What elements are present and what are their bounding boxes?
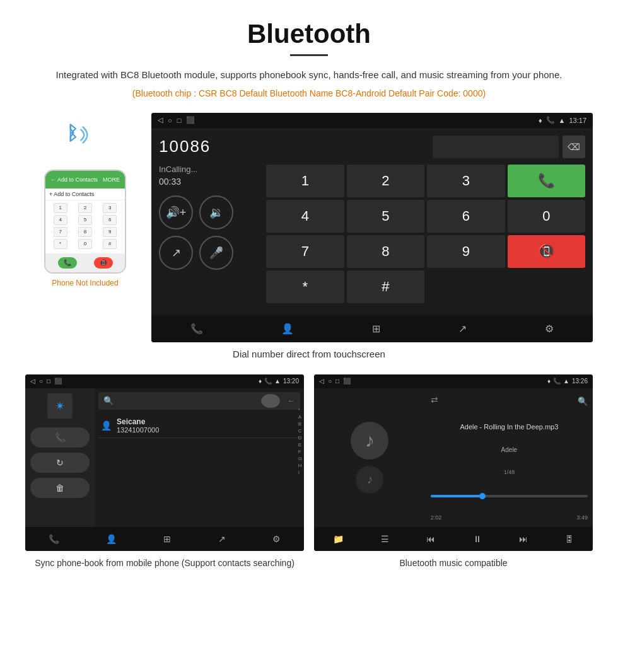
pb-nav-transfer[interactable]: ↗ bbox=[218, 534, 226, 544]
key-6[interactable]: 6 bbox=[427, 200, 505, 233]
key-8[interactable]: 8 bbox=[347, 235, 425, 268]
music-nav-prev[interactable]: ⏮ bbox=[426, 534, 435, 544]
pb-nav-phone[interactable]: 📞 bbox=[49, 534, 59, 544]
back-icon: ◁ bbox=[158, 116, 163, 124]
transfer-button[interactable]: ↗ bbox=[159, 236, 193, 270]
music-nav-equalizer[interactable]: 🎛 bbox=[565, 534, 574, 544]
bluetooth-signal-icon bbox=[60, 119, 91, 151]
phone-call-button[interactable]: 📞 bbox=[30, 427, 90, 448]
phone-dialpad: 1 2 3 4 5 6 7 8 9 * bbox=[45, 200, 125, 253]
music-home-icon: ○ bbox=[328, 378, 332, 385]
svg-marker-0 bbox=[71, 124, 76, 141]
location-icon: ♦ bbox=[539, 117, 542, 124]
nav-transfer-icon[interactable]: ↗ bbox=[458, 323, 467, 335]
key-3[interactable]: 3 bbox=[427, 165, 505, 197]
music-nav-folder[interactable]: 📁 bbox=[333, 534, 344, 544]
dial-caption: Dial number direct from touchscreen bbox=[25, 349, 593, 359]
alpha-D: D bbox=[298, 435, 302, 441]
key-5[interactable]: 5 bbox=[347, 200, 425, 233]
music-screenshot-box: ◁ ○ □ ⬛ ♦ 📞 ▲ 13:26 bbox=[314, 374, 593, 570]
dial-key-7: 7 bbox=[54, 227, 67, 237]
music-status-bar: ◁ ○ □ ⬛ ♦ 📞 ▲ 13:26 bbox=[314, 374, 593, 388]
contact-name: Seicane bbox=[117, 417, 159, 426]
music-note-icon-large: ♪ bbox=[365, 430, 375, 451]
pb-recents-icon: □ bbox=[47, 378, 50, 385]
phonebook-nav-bar: 📞 👤 ⊞ ↗ ⚙ bbox=[25, 527, 304, 551]
refresh-button[interactable]: ↻ bbox=[30, 453, 90, 473]
music-nav-play[interactable]: ⏸ bbox=[473, 534, 482, 544]
answer-button[interactable]: 📞 bbox=[508, 165, 586, 197]
home-icon: ○ bbox=[168, 117, 172, 124]
description-text: Integrated with BC8 Bluetooth module, su… bbox=[25, 67, 593, 83]
shuffle-icon[interactable]: ⇄ bbox=[431, 395, 438, 405]
phonebook-search-icon: 🔍 bbox=[103, 396, 114, 405]
android-dialer-screen: ◁ ○ □ ⬛ ♦ 📞 ▲ 13:17 10086 bbox=[151, 113, 593, 342]
music-nav-bar: 📁 ☰ ⏮ ⏸ ⏭ 🎛 bbox=[314, 527, 593, 551]
key-9[interactable]: 9 bbox=[427, 235, 505, 268]
phone-mockup: ← Add to Contacts MORE + Add to Contacts… bbox=[44, 170, 126, 274]
dialer-delete-button[interactable]: ⌫ bbox=[563, 136, 585, 158]
alpha-A: A bbox=[298, 414, 302, 420]
music-top-row: ⇄ 🔍 bbox=[431, 395, 588, 408]
volume-up-button[interactable]: 🔊+ bbox=[159, 195, 193, 229]
pb-status-left: ◁ ○ □ ⬛ bbox=[30, 378, 62, 385]
music-nav-next[interactable]: ⏭ bbox=[519, 534, 528, 544]
status-right: ♦ 📞 ▲ 13:17 bbox=[539, 116, 586, 124]
music-album-section: ♪ ♪ bbox=[314, 388, 426, 527]
dialer-number: 10086 bbox=[159, 137, 211, 156]
key-4[interactable]: 4 bbox=[266, 200, 344, 233]
dialer-main: InCalling... 00:33 🔊+ 🔉 ↗ 🎤 bbox=[159, 165, 585, 303]
phonebook-search-bar[interactable]: 🔍 ← bbox=[98, 392, 300, 410]
contact-info: Seicane 13241007000 bbox=[117, 417, 159, 434]
pb-loc-icon: ♦ bbox=[259, 378, 262, 385]
music-time-total: 3:49 bbox=[576, 514, 588, 521]
volume-down-button[interactable]: 🔉 bbox=[199, 195, 233, 229]
dial-key-2: 2 bbox=[78, 203, 92, 213]
music-time-labels: 2:02 3:49 bbox=[431, 514, 588, 521]
title-section: Bluetooth bbox=[25, 19, 593, 56]
key-1[interactable]: 1 bbox=[266, 165, 344, 197]
music-album-art-small: ♪ bbox=[356, 466, 383, 494]
music-search-icon[interactable]: 🔍 bbox=[578, 397, 588, 406]
key-7[interactable]: 7 bbox=[266, 235, 344, 268]
main-screen-section: ← Add to Contacts MORE + Add to Contacts… bbox=[25, 113, 593, 342]
music-progress-dot bbox=[479, 493, 486, 499]
music-song-title: Adele - Rolling In the Deep.mp3 bbox=[431, 423, 588, 431]
pb-nav-contacts[interactable]: 👤 bbox=[106, 534, 117, 544]
music-back-icon: ◁ bbox=[319, 378, 324, 385]
alpha-list: * A B C D E F G H I bbox=[296, 406, 304, 477]
pb-wifi-icon: ▲ bbox=[274, 378, 281, 385]
dialer-status-bar: ◁ ○ □ ⬛ ♦ 📞 ▲ 13:17 bbox=[151, 113, 593, 128]
delete-button[interactable]: 🗑 bbox=[30, 478, 90, 498]
key-0[interactable]: 0 bbox=[508, 200, 586, 233]
dial-row-3: 7 8 9 bbox=[48, 227, 122, 237]
phonebook-sidebar: ✴ 📞 ↻ 🗑 bbox=[25, 388, 95, 527]
end-call-button[interactable]: 📵 bbox=[508, 235, 586, 268]
dial-key-0: 0 bbox=[78, 239, 92, 249]
nav-phone-icon[interactable]: 📞 bbox=[190, 323, 203, 335]
phonebook-caption: Sync phone-book from mobile phone (Suppo… bbox=[25, 557, 304, 570]
pb-nav-dialpad[interactable]: ⊞ bbox=[163, 534, 171, 544]
music-loc-icon: ♦ bbox=[547, 378, 551, 385]
key-star[interactable]: * bbox=[266, 270, 344, 303]
nav-contacts-icon[interactable]: 👤 bbox=[281, 323, 294, 335]
music-nav-list[interactable]: ☰ bbox=[381, 534, 389, 544]
mute-button[interactable]: 🎤 bbox=[199, 236, 233, 270]
music-progress-bar bbox=[431, 495, 588, 497]
page-title: Bluetooth bbox=[25, 19, 593, 49]
key-hash[interactable]: # bbox=[347, 270, 425, 303]
key-2[interactable]: 2 bbox=[347, 165, 425, 197]
phonebook-search-dot bbox=[261, 394, 280, 408]
music-progress-fill bbox=[431, 495, 482, 497]
dial-key-4: 4 bbox=[54, 215, 67, 225]
dial-key-8: 8 bbox=[78, 227, 92, 237]
dialer-input-bar: ⌫ bbox=[433, 136, 585, 158]
music-notif-icon: ⬛ bbox=[343, 378, 351, 385]
nav-dialpad-icon[interactable]: ⊞ bbox=[372, 323, 380, 335]
pb-nav-settings[interactable]: ⚙ bbox=[272, 534, 281, 544]
nav-settings-icon[interactable]: ⚙ bbox=[545, 323, 554, 335]
phone-not-included-label: Phone Not Included bbox=[52, 279, 118, 287]
dial-row-2: 4 5 6 bbox=[48, 215, 122, 225]
music-body: ♪ ♪ ⇄ 🔍 Adele - Rolling In the Deep.mp3 bbox=[314, 388, 593, 527]
dial-key-star: * bbox=[54, 239, 67, 249]
